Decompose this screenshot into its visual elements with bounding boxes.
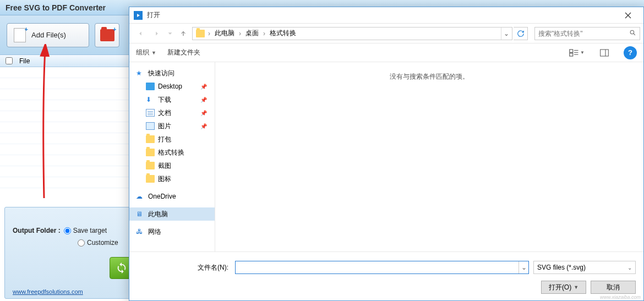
radio-customize[interactable] — [78, 239, 85, 247]
arrow-right-icon — [153, 30, 161, 37]
close-icon — [625, 12, 631, 19]
output-folder-label: Output Folder : — [13, 227, 61, 234]
search-input[interactable] — [538, 30, 629, 37]
arrow-up-icon — [179, 30, 187, 37]
preview-pane-button[interactable] — [596, 46, 613, 59]
tree-downloads[interactable]: ⬇下载📌 — [129, 93, 215, 106]
dialog-app-icon — [134, 11, 143, 20]
file-content-area: 没有与搜索条件匹配的项。 — [215, 62, 643, 251]
breadcrumb-current[interactable]: 格式转换 — [266, 28, 299, 40]
select-all-checkbox[interactable] — [6, 57, 13, 64]
col-file-label: File — [19, 57, 30, 65]
search-icon — [629, 29, 636, 38]
breadcrumb-bar[interactable]: › 此电脑 › 桌面 › 格式转换 ⌄ — [192, 27, 512, 40]
tree-quick-access[interactable]: ★快速访问 — [129, 67, 215, 80]
open-button[interactable]: 打开(O)▼ — [541, 281, 586, 294]
tree-onedrive[interactable]: ☁OneDrive — [129, 190, 215, 203]
empty-message: 没有与搜索条件匹配的项。 — [390, 72, 469, 81]
filetype-filter[interactable]: SVG files (*.svg) ⌄ — [533, 261, 636, 274]
breadcrumb-desktop[interactable]: 桌面 — [242, 28, 262, 40]
tree-network[interactable]: 🖧网络 — [129, 225, 215, 238]
add-files-label: Add File(s) — [31, 31, 66, 39]
document-icon — [146, 109, 155, 117]
svg-rect-3 — [601, 50, 609, 56]
file-open-dialog: 打开 › 此电脑 › 桌面 › 格式转换 ⌄ — [129, 7, 644, 301]
dialog-body: ★快速访问 Desktop📌 ⬇下载📌 文档📌 图片📌 打包 格式转换 截图 图… — [129, 62, 643, 251]
cloud-icon: ☁ — [136, 193, 145, 200]
pane-icon — [600, 49, 609, 57]
nav-forward-button[interactable] — [149, 26, 165, 41]
split-arrow-icon: ▼ — [574, 284, 578, 290]
app-title: Free SVG to PDF Converter — [6, 3, 106, 12]
nav-tree: ★快速访问 Desktop📌 ⬇下载📌 文档📌 图片📌 打包 格式转换 截图 图… — [129, 62, 215, 251]
folder-plus-icon — [100, 29, 114, 41]
folder-icon — [146, 149, 155, 156]
pin-icon: 📌 — [200, 84, 207, 90]
tree-desktop[interactable]: Desktop📌 — [129, 80, 215, 93]
desktop-icon — [146, 83, 155, 90]
dialog-titlebar: 打开 — [129, 7, 643, 24]
tree-pictures[interactable]: 图片📌 — [129, 119, 215, 133]
add-files-button[interactable]: Add File(s) — [7, 23, 89, 47]
svg-point-0 — [630, 30, 634, 34]
document-plus-icon — [14, 28, 26, 42]
arrow-left-icon — [137, 30, 144, 37]
breadcrumb-sep: › — [207, 30, 211, 37]
tree-this-pc[interactable]: 🖥此电脑 — [129, 207, 215, 221]
opt-save-target[interactable]: Save target — [64, 227, 107, 234]
svg-rect-1 — [570, 50, 573, 52]
network-icon: 🖧 — [136, 228, 145, 236]
dialog-close-button[interactable] — [617, 8, 639, 23]
pin-icon: 📌 — [200, 97, 207, 103]
nav-recent-button[interactable] — [166, 26, 174, 41]
pin-icon: 📌 — [200, 110, 207, 116]
organize-menu[interactable]: 组织 ▼ — [136, 48, 156, 57]
pin-icon: 📌 — [200, 123, 207, 129]
star-icon: ★ — [136, 69, 145, 77]
folder-icon — [146, 135, 155, 143]
tree-documents[interactable]: 文档📌 — [129, 106, 215, 119]
refresh-icon — [116, 262, 128, 274]
new-folder-button[interactable]: 新建文件夹 — [167, 48, 200, 57]
tree-folder-2[interactable]: 格式转换 — [129, 146, 215, 159]
svg-rect-2 — [570, 53, 573, 56]
search-box[interactable] — [534, 27, 640, 40]
tree-folder-1[interactable]: 打包 — [129, 133, 215, 146]
cancel-button[interactable]: 取消 — [591, 281, 636, 294]
tree-folder-4[interactable]: 图标 — [129, 172, 215, 185]
breadcrumb-dropdown[interactable]: ⌄ — [501, 28, 511, 40]
nav-back-button[interactable] — [133, 26, 148, 41]
help-button[interactable]: ? — [624, 46, 637, 59]
chevron-down-icon — [166, 30, 174, 37]
picture-icon — [146, 122, 155, 130]
filename-label: 文件名(N): — [137, 263, 231, 272]
view-mode-button[interactable]: ▼ — [569, 46, 585, 59]
folder-icon — [146, 162, 155, 169]
chevron-down-icon: ⌄ — [627, 265, 632, 271]
folder-icon — [196, 30, 205, 37]
pc-icon: 🖥 — [136, 210, 145, 218]
nav-up-button[interactable] — [176, 26, 191, 41]
filename-dropdown[interactable]: ⌄ — [519, 261, 528, 273]
opt-customize[interactable]: Customize — [78, 239, 118, 247]
add-folder-button[interactable] — [95, 23, 119, 47]
dialog-title: 打开 — [147, 10, 160, 20]
view-icon — [569, 49, 579, 57]
filename-input[interactable] — [236, 261, 519, 273]
chevron-down-icon: ▼ — [580, 50, 585, 55]
breadcrumb-root[interactable]: 此电脑 — [211, 28, 238, 40]
refresh-button[interactable] — [514, 27, 528, 40]
dialog-toolbar: 组织 ▼ 新建文件夹 ▼ ? — [129, 43, 643, 62]
dialog-nav-bar: › 此电脑 › 桌面 › 格式转换 ⌄ — [129, 24, 643, 43]
watermark: www.xiazaiba.com — [600, 294, 641, 300]
chevron-down-icon: ▼ — [151, 50, 156, 56]
download-icon: ⬇ — [146, 96, 155, 103]
dialog-footer: 文件名(N): ⌄ SVG files (*.svg) ⌄ 打开(O)▼ 取消 — [129, 251, 643, 300]
refresh-icon — [517, 30, 525, 37]
filename-combobox[interactable]: ⌄ — [235, 261, 529, 274]
footer-link[interactable]: www.freepdfsolutions.com — [13, 288, 83, 295]
radio-save-target[interactable] — [64, 227, 71, 234]
tree-folder-3[interactable]: 截图 — [129, 159, 215, 172]
folder-icon — [146, 175, 155, 183]
